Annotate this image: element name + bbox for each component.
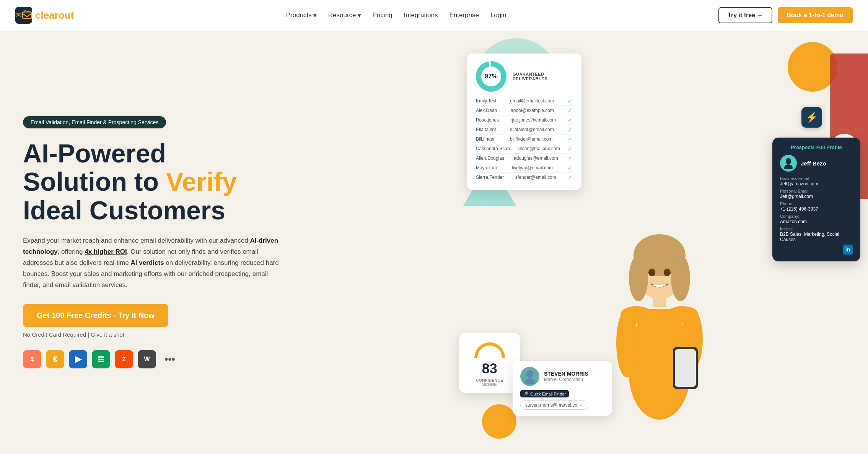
wordpress-integration-icon[interactable]: W bbox=[138, 350, 156, 368]
svg-point-10 bbox=[629, 255, 648, 301]
integrations-bar: € ▶ Z W ••• bbox=[23, 350, 451, 368]
hero-badge: Email Validation, Email Finder & Prospec… bbox=[23, 116, 166, 128]
svg-point-7 bbox=[629, 328, 690, 420]
svg-point-21 bbox=[664, 269, 671, 276]
svg-point-24 bbox=[786, 158, 791, 164]
steven-email-chip: steven.morris@marvel.co ✓ bbox=[520, 400, 588, 410]
svg-point-22 bbox=[526, 370, 533, 378]
table-row: Allen.Douglasadouglas@email.com✓ bbox=[476, 154, 572, 163]
jeff-interest-label: Intrest: bbox=[780, 227, 853, 231]
jeff-name: Jeff Bezo bbox=[801, 160, 826, 167]
table-row: Alex.Deanapool@example.com✓ bbox=[476, 106, 572, 115]
zapier-integration-icon[interactable]: Z bbox=[115, 350, 133, 368]
svg-rect-18 bbox=[673, 347, 698, 389]
table-row: Emily.Testemail@emailtest.com✓ bbox=[476, 96, 572, 106]
navbar: clearout Products ▾ Resource ▾ Pricing I… bbox=[0, 0, 868, 31]
deliverability-label: GUARANTEEDDELIVERABLES bbox=[513, 72, 547, 81]
svg-rect-15 bbox=[637, 309, 682, 362]
table-row: Cassandra.Scancscan@mailbox.com✓ bbox=[476, 144, 572, 154]
nav-pricing[interactable]: Pricing bbox=[373, 11, 392, 19]
logo[interactable]: clearout bbox=[15, 7, 74, 24]
table-row: Sierra.Fendersfender@email.com✓ bbox=[476, 173, 572, 182]
svg-point-2 bbox=[32, 358, 33, 359]
jeff-personal-email-label: Personal Email: bbox=[780, 189, 853, 193]
nav-products[interactable]: Products ▾ bbox=[286, 11, 317, 19]
steven-morris-card: STEVEN MORRIS Marvel Corporation 🔎 Quick… bbox=[513, 361, 612, 416]
svg-point-8 bbox=[635, 242, 684, 299]
nav-resource[interactable]: Resource ▾ bbox=[328, 11, 361, 19]
svg-rect-12 bbox=[653, 295, 666, 307]
logo-text: clearout bbox=[35, 10, 74, 21]
jeff-business-email-label: Business Email: bbox=[780, 176, 853, 181]
svg-rect-0 bbox=[23, 12, 31, 18]
table-row: Maya.Tomlivelyap@email.com✓ bbox=[476, 163, 572, 173]
jeff-personal-email: Jeff@gmail.com bbox=[780, 194, 853, 199]
nav-actions: Try it free → Book a 1-to-1 demo bbox=[718, 7, 853, 23]
hero-right: 97% GUARANTEEDDELIVERABLES Emily.Testema… bbox=[451, 31, 868, 454]
deliverability-card: 97% GUARANTEEDDELIVERABLES Emily.Testema… bbox=[467, 54, 581, 190]
svg-point-11 bbox=[671, 255, 690, 301]
prospects-card-title: Prospects Full Profile bbox=[780, 144, 853, 150]
chevron-down-icon: ▾ bbox=[313, 11, 317, 19]
euro-integration-icon[interactable]: € bbox=[46, 350, 64, 368]
demo-button[interactable]: Book a 1-to-1 demo bbox=[778, 7, 853, 23]
steven-badge: 🔎 Quick Email Finder bbox=[520, 390, 569, 397]
logo-icon bbox=[15, 7, 32, 24]
table-row: Ella.talentellatalent@email.com✓ bbox=[476, 125, 572, 135]
jeff-bezo-card: Prospects Full Profile Jeff Bezo Busines… bbox=[772, 138, 860, 261]
confidence-score-value: 83 bbox=[467, 361, 513, 377]
svg-point-16 bbox=[616, 309, 638, 378]
try-free-button[interactable]: Try it free → bbox=[718, 7, 772, 23]
nav-links: Products ▾ Resource ▾ Pricing Integratio… bbox=[286, 11, 506, 19]
cta-button[interactable]: Get 100 Free Credits - Try It Now bbox=[23, 304, 168, 327]
jeff-phone-label: Phone: bbox=[780, 201, 853, 206]
svg-point-14 bbox=[666, 306, 699, 323]
table-row: Bill.finderbillfinder@email.com✓ bbox=[476, 135, 572, 144]
hero-title: AI-Powered Solution to Verify Ideal Cust… bbox=[23, 139, 451, 225]
more-integrations-icon[interactable]: ••• bbox=[161, 350, 179, 368]
svg-point-9 bbox=[633, 234, 686, 276]
svg-point-20 bbox=[648, 269, 655, 276]
svg-point-25 bbox=[784, 164, 793, 169]
nav-integrations[interactable]: Integrations bbox=[404, 11, 438, 19]
no-credit-card-text: No Credit Card Required | Give it a shot bbox=[23, 331, 451, 338]
svg-point-17 bbox=[681, 309, 703, 370]
lightning-badge: ⚡ bbox=[801, 107, 822, 128]
jeff-avatar bbox=[780, 155, 797, 172]
jeff-company: Amazon.com bbox=[780, 219, 853, 224]
jeff-interest: B2B Sales, Marketing, Social Causes bbox=[780, 232, 853, 242]
confidence-score-label: CONFIDENCESCORE bbox=[467, 378, 513, 387]
chevron-down-icon: ▾ bbox=[358, 11, 361, 19]
linkedin-icon[interactable]: in bbox=[843, 245, 853, 255]
hubspot-integration-icon[interactable] bbox=[23, 350, 41, 368]
nav-login[interactable]: Login bbox=[490, 11, 506, 19]
hero-description: Expand your market reach and enhance ema… bbox=[23, 235, 283, 290]
steven-company: Marvel Corporation bbox=[544, 377, 588, 382]
jeff-phone: +1-(216) 496-3937 bbox=[780, 206, 853, 212]
table-row: Rose.jonesrjoe.jones@email.com✓ bbox=[476, 115, 572, 125]
deliverability-donut: 97% bbox=[476, 61, 506, 92]
orange-bottom-decoration bbox=[482, 404, 516, 439]
deliverability-percent: 97% bbox=[481, 66, 501, 86]
steven-name: STEVEN MORRIS bbox=[544, 371, 588, 377]
jeff-company-label: Company: bbox=[780, 214, 853, 219]
sheets-integration-icon[interactable] bbox=[92, 350, 110, 368]
email-list: Emily.Testemail@emailtest.com✓ Alex.Dean… bbox=[476, 96, 572, 182]
hero-left: Email Validation, Email Finder & Prospec… bbox=[0, 31, 451, 454]
jeff-business-email: Jeff@amazon.com bbox=[780, 181, 853, 186]
confidence-score-card: 83 CONFIDENCESCORE bbox=[459, 333, 520, 393]
svg-point-23 bbox=[524, 378, 535, 384]
nav-enterprise[interactable]: Enterprise bbox=[449, 11, 479, 19]
arrow-integration-icon[interactable]: ▶ bbox=[69, 350, 87, 368]
svg-rect-19 bbox=[675, 349, 696, 387]
gauge-arc bbox=[474, 342, 505, 358]
svg-point-13 bbox=[620, 306, 653, 323]
steven-avatar bbox=[520, 367, 539, 386]
hero-section: Email Validation, Email Finder & Prospec… bbox=[0, 31, 868, 454]
